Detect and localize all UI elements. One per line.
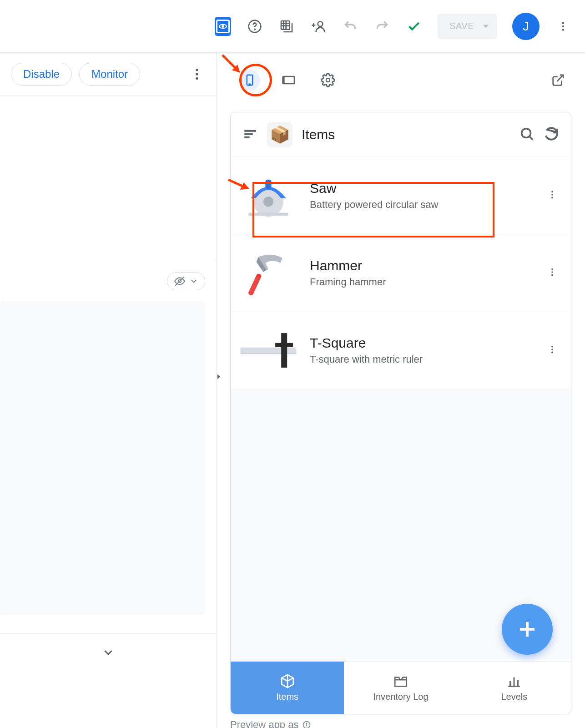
svg-point-31 [551, 271, 553, 273]
mobile-preview-frame: 📦 Items [230, 112, 571, 714]
svg-point-20 [522, 128, 531, 137]
svg-rect-24 [265, 179, 271, 188]
redo-icon[interactable] [374, 18, 390, 35]
svg-point-37 [551, 349, 553, 350]
svg-rect-14 [283, 76, 294, 84]
info-icon[interactable] [302, 720, 311, 728]
svg-point-3 [318, 21, 323, 26]
svg-point-28 [551, 197, 553, 198]
item-title: Saw [310, 181, 530, 196]
save-button: SAVE [438, 14, 497, 39]
svg-point-32 [551, 274, 553, 276]
item-hammer-icon [239, 243, 298, 303]
nav-label: Items [276, 692, 298, 702]
action-pill-row: Disable Monitor [0, 53, 216, 96]
preview-as-label: Preview app as [230, 719, 311, 728]
svg-rect-34 [281, 333, 287, 368]
svg-rect-33 [241, 348, 296, 354]
avatar[interactable]: J [512, 13, 540, 40]
nav-items[interactable]: Items [231, 662, 344, 714]
checkmark-icon[interactable] [406, 18, 422, 35]
preview-toggle-button[interactable] [215, 18, 231, 35]
item-title: Hammer [310, 258, 530, 273]
svg-point-38 [551, 351, 553, 353]
mobile-bottom-nav: Items Inventory Log Levels [231, 661, 571, 714]
item-saw-icon [239, 166, 298, 225]
item-subtitle: Framing hammer [310, 276, 530, 288]
item-more-icon[interactable] [542, 181, 563, 211]
split-handle-icon[interactable] [215, 373, 223, 383]
svg-rect-25 [248, 212, 288, 216]
left-panel: Disable Monitor [0, 53, 217, 728]
item-subtitle: T-square with metric ruler [310, 354, 530, 365]
list-item[interactable]: T-Square T-square with metric ruler [231, 312, 571, 389]
svg-rect-17 [244, 130, 256, 131]
svg-rect-18 [244, 133, 252, 135]
svg-rect-35 [275, 343, 293, 347]
item-tsquare-icon [239, 321, 298, 380]
svg-point-4 [562, 22, 564, 24]
app-box-icon: 📦 [267, 122, 292, 147]
svg-point-6 [562, 29, 564, 30]
visibility-toggle[interactable] [167, 272, 205, 290]
open-external-icon[interactable] [548, 70, 569, 91]
table-data-icon[interactable] [278, 18, 295, 35]
main-split: Disable Monitor [0, 53, 585, 728]
tablet-view-button[interactable] [278, 70, 299, 91]
share-add-user-icon[interactable] [310, 18, 327, 35]
kebab-menu-icon[interactable] [555, 18, 571, 35]
fab-add-button[interactable] [502, 604, 553, 655]
undo-icon[interactable] [342, 18, 358, 35]
svg-rect-29 [248, 273, 262, 296]
top-toolbar: SAVE J [0, 0, 585, 53]
item-title: T-Square [310, 335, 530, 351]
expand-chevron-icon[interactable] [0, 646, 216, 659]
search-icon[interactable] [519, 126, 535, 143]
refresh-icon[interactable] [544, 126, 559, 143]
list-item[interactable]: Hammer Framing hammer [231, 234, 571, 312]
disable-button[interactable]: Disable [11, 63, 72, 86]
svg-point-16 [326, 78, 330, 82]
svg-line-21 [530, 136, 532, 139]
sort-icon[interactable] [242, 126, 258, 143]
svg-point-36 [551, 345, 553, 347]
svg-point-26 [551, 191, 553, 192]
left-panel-more-icon[interactable] [189, 66, 205, 82]
svg-rect-41 [395, 680, 407, 686]
list-item[interactable]: Saw Battery powered circular saw [231, 157, 571, 234]
divider [0, 633, 216, 634]
item-more-icon[interactable] [542, 258, 563, 288]
svg-point-9 [196, 77, 198, 80]
svg-point-7 [196, 69, 198, 71]
svg-point-5 [562, 25, 564, 27]
nav-label: Inventory Log [373, 692, 428, 702]
left-panel-card [0, 301, 205, 615]
svg-point-1 [254, 29, 255, 30]
svg-point-30 [551, 268, 553, 270]
mobile-app-header: 📦 Items [231, 112, 571, 157]
item-more-icon[interactable] [542, 335, 563, 365]
mobile-item-list: Saw Battery powered circular saw [231, 157, 571, 661]
nav-label: Levels [501, 692, 527, 702]
svg-rect-19 [244, 136, 249, 138]
divider [0, 260, 216, 260]
monitor-button[interactable]: Monitor [79, 63, 140, 86]
item-subtitle: Battery powered circular saw [310, 199, 530, 211]
right-panel: 📦 Items [217, 53, 585, 728]
svg-point-8 [196, 73, 198, 75]
nav-levels[interactable]: Levels [458, 662, 571, 714]
svg-point-48 [307, 723, 307, 723]
help-icon[interactable] [247, 18, 263, 35]
mobile-app-title: Items [302, 127, 510, 142]
svg-point-23 [263, 197, 273, 207]
nav-inventory-log[interactable]: Inventory Log [344, 662, 457, 714]
settings-gear-icon[interactable] [318, 70, 338, 91]
preview-toolbar [217, 53, 585, 107]
svg-point-27 [551, 194, 553, 196]
mobile-view-button[interactable] [239, 70, 260, 91]
